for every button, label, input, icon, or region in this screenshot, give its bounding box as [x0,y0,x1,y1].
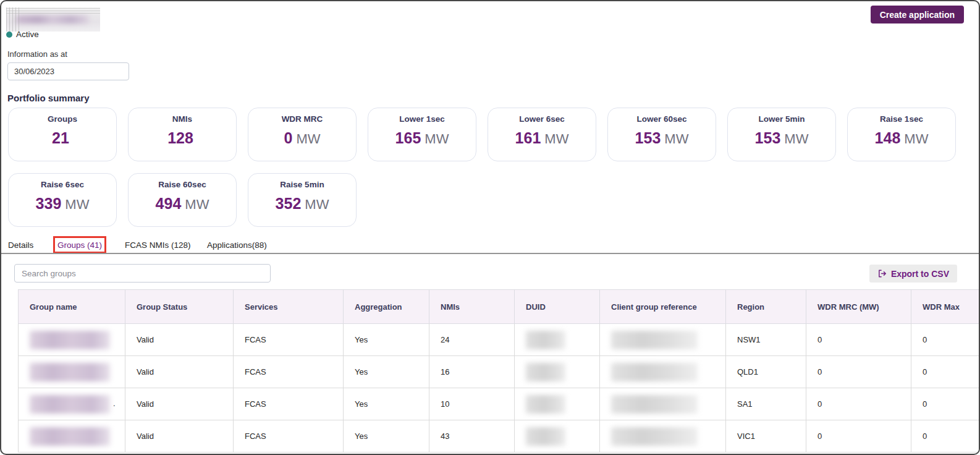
cell-aggregation: Yes [344,356,429,388]
cell-region: QLD1 [726,356,806,388]
card-unit: MW [296,131,320,147]
cell-region: NSW1 [726,324,806,356]
column-header-services[interactable]: Services [234,290,344,324]
app-window: Active Create application Information as… [0,0,980,455]
column-header-wdr-max[interactable]: WDR Max [911,290,980,324]
group-name-suffix: . [113,399,116,408]
table-row[interactable]: Valid FCAS Yes 16 QLD1 0 0 [19,356,980,388]
cell-wdr-max: 0 [911,388,980,420]
card-value: 0 [284,129,293,147]
card-value: 128 [167,129,193,147]
table-row[interactable]: Valid FCAS Yes 43 VIC1 0 0 [19,420,980,453]
summary-card-raise-1sec: Raise 1sec 148MW [847,108,956,161]
card-unit: MW [664,131,688,147]
card-value: 339 [36,195,62,212]
redacted-client-group-reference [611,395,698,414]
card-value: 165 [395,129,421,147]
summary-card-raise-60sec: Raise 60sec 494MW [128,173,237,227]
cell-aggregation: Yes [344,388,429,420]
summary-card-raise-5min: Raise 5min 352MW [248,173,357,227]
redacted-group-name [30,363,110,381]
card-label: Lower 6sec [488,114,596,124]
card-value: 153 [755,129,781,147]
card-value: 161 [515,129,541,147]
cell-wdr-max: 0 [911,324,980,356]
cell-group-status: Valid [125,324,234,356]
summary-card-wdr-mrc: WDR MRC 0MW [248,108,357,161]
column-header-aggregation[interactable]: Aggregation [344,290,429,324]
cell-wdr-max: 0 [911,420,980,453]
redacted-duid [526,363,565,381]
tabs-divider [1,253,979,254]
card-value: 153 [635,129,661,147]
tab-details[interactable]: Details [8,240,33,250]
card-unit: MW [425,131,449,147]
cell-wdr-mrc: 0 [806,324,911,356]
cell-services: FCAS [234,356,344,388]
column-header-nmis[interactable]: NMIs [429,290,515,324]
table-header-row: Group name Group Status Services Aggrega… [19,290,980,324]
cell-services: FCAS [234,388,344,420]
summary-card-raise-6sec: Raise 6sec 339MW [8,173,117,227]
card-label: Raise 60sec [129,180,236,189]
redacted-duid [526,427,565,446]
groups-table: Group name Group Status Services Aggrega… [18,289,980,453]
card-unit: MW [904,131,928,147]
active-status-dot-icon [6,32,12,38]
summary-card-lower-5min: Lower 5min 153MW [727,108,836,161]
column-header-wdr-mrc[interactable]: WDR MRC (MW) [806,290,911,324]
cell-wdr-mrc: 0 [806,388,911,420]
card-value: 494 [156,195,182,212]
card-label: Raise 1sec [848,114,955,124]
cell-group-status: Valid [125,356,234,388]
summary-card-lower-6sec: Lower 6sec 161MW [488,108,596,161]
column-header-duid[interactable]: DUID [515,290,600,324]
create-application-button[interactable]: Create application [871,6,964,23]
redacted-duid [526,331,565,349]
card-unit: MW [784,131,808,147]
card-value: 148 [875,129,901,147]
status-row: Active [6,30,39,39]
column-header-region[interactable]: Region [726,290,806,324]
summary-card-groups: Groups 21 [8,108,117,161]
search-groups-input[interactable] [14,264,271,283]
card-label: Lower 60sec [608,114,716,124]
tab-fcas-nmis[interactable]: FCAS NMIs (128) [125,240,191,250]
cell-services: FCAS [234,420,344,453]
cell-aggregation: Yes [344,420,429,453]
column-header-client-group-reference[interactable]: Client group reference [600,290,726,324]
cell-nmis: 24 [429,324,515,356]
card-label: Lower 1sec [368,114,476,124]
tab-applications[interactable]: Applications(88) [207,240,267,250]
card-value: 352 [276,195,302,212]
card-unit: MW [305,197,329,212]
table-row[interactable]: . Valid FCAS Yes 10 SA1 0 0 [19,388,980,420]
redacted-client-group-reference [611,427,698,446]
export-to-csv-button[interactable]: Export to CSV [869,265,957,283]
card-label: Raise 6sec [9,180,116,189]
card-label: Groups [9,114,116,124]
column-header-group-status[interactable]: Group Status [125,290,234,324]
summary-card-lower-1sec: Lower 1sec 165MW [368,108,476,161]
redacted-client-group-reference [611,363,698,381]
cell-wdr-mrc: 0 [806,356,911,388]
summary-card-nmis: NMIs 128 [128,108,237,161]
card-unit: MW [185,197,209,212]
column-header-group-name[interactable]: Group name [19,290,125,324]
cell-group-status: Valid [125,388,234,420]
card-unit: MW [544,131,568,147]
tab-groups[interactable]: Groups (41) [57,240,102,250]
summary-card-lower-60sec: Lower 60sec 153MW [607,108,716,161]
card-label: WDR MRC [248,114,356,124]
card-unit: MW [65,197,89,212]
card-label: NMIs [129,114,236,124]
redacted-group-name [30,395,110,414]
cell-nmis: 16 [429,356,515,388]
cell-nmis: 10 [429,388,515,420]
cell-nmis: 43 [429,420,515,453]
table-row[interactable]: Valid FCAS Yes 24 NSW1 0 0 [19,324,980,356]
information-as-at-date-input[interactable] [7,62,129,80]
information-as-at-label: Information as at [7,49,67,59]
cell-wdr-mrc: 0 [806,420,911,453]
export-label: Export to CSV [891,269,949,279]
